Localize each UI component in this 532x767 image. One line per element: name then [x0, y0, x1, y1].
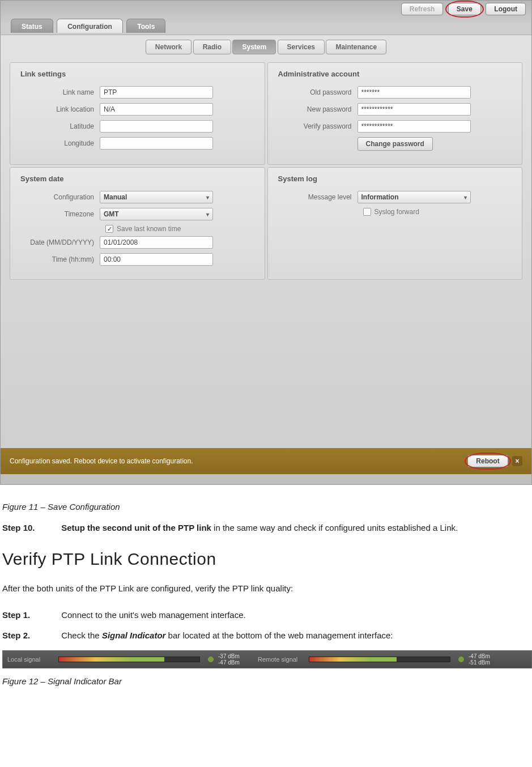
subtab-services[interactable]: Services — [278, 40, 325, 54]
step-text: Connect to the unit's web management int… — [61, 610, 246, 620]
tab-configuration[interactable]: Configuration — [57, 19, 123, 33]
config-webui-screenshot: Refresh Save Logout Status Configuration… — [0, 0, 532, 485]
step-10: Step 10. Setup the second unit of the PT… — [2, 522, 530, 535]
window-footer — [1, 474, 531, 484]
status-message: Configuration saved. Reboot device to ac… — [10, 457, 193, 465]
local-signal-label: Local signal — [7, 656, 58, 663]
change-password-button[interactable]: Change password — [357, 137, 433, 151]
panel-link-settings: Link settings Link name Link location La… — [10, 62, 265, 165]
local-signal-meter — [58, 657, 200, 662]
panel-admin-account: Administrative account Old password New … — [267, 62, 523, 165]
select-timezone[interactable]: GMT ▾ — [100, 208, 213, 220]
select-message-level[interactable]: Information ▾ — [357, 191, 471, 203]
label-link-location: Link location — [20, 105, 100, 113]
input-time[interactable] — [100, 253, 213, 266]
checkbox-syslog-forward[interactable] — [363, 208, 371, 216]
subtab-system[interactable]: System — [232, 40, 276, 54]
chevron-down-icon: ▾ — [206, 211, 209, 218]
signal-indicator-bar-screenshot: Local signal -37 dBm -47 dBm Remote sign… — [2, 650, 532, 668]
heading-verify-ptp: Verify PTP Link Connection — [2, 549, 530, 569]
label-time: Time (hh:mm) — [20, 255, 100, 263]
label-old-password: Old password — [278, 88, 357, 96]
label-longitude: Longitude — [20, 139, 100, 147]
checkbox-save-last-known[interactable]: ✓ — [105, 225, 113, 233]
input-new-password[interactable] — [357, 103, 471, 116]
step-text-post: bar located at the bottom of the web man… — [165, 630, 393, 640]
step-bold-text: Setup the second unit of the PTP link — [61, 523, 211, 532]
subtab-maintenance[interactable]: Maintenance — [326, 40, 386, 54]
label-timezone: Timezone — [20, 210, 100, 218]
step-text-pre: Check the — [61, 630, 102, 640]
content-area: Network Radio System Services Maintenanc… — [1, 35, 531, 448]
input-link-location[interactable] — [100, 103, 213, 116]
panel-system-date: System date Configuration Manual ▾ Timez… — [10, 167, 265, 280]
step-1: Step 1. Connect to the unit's web manage… — [2, 609, 530, 622]
label-configuration: Configuration — [20, 193, 100, 201]
step-2: Step 2. Check the Signal Indicator bar l… — [2, 629, 530, 642]
sub-tabs: Network Radio System Services Maintenanc… — [10, 40, 522, 54]
label-verify-password: Verify password — [278, 122, 357, 130]
input-longitude[interactable] — [100, 137, 213, 150]
signal-dot-icon — [208, 657, 214, 662]
checkbox-label: Save last known time — [117, 225, 181, 233]
panel-title: System log — [278, 174, 512, 183]
step-italic-text: Signal Indicator — [102, 630, 166, 640]
label-new-password: New password — [278, 105, 357, 113]
select-value: GMT — [104, 210, 119, 218]
step-number: Step 10. — [2, 522, 59, 535]
input-date[interactable] — [100, 236, 213, 249]
panel-system-log: System log Message level Information ▾ S… — [267, 167, 523, 280]
label-date: Date (MM/DD/YYYY) — [20, 238, 100, 246]
select-configuration[interactable]: Manual ▾ — [100, 191, 213, 203]
logout-button[interactable]: Logout — [486, 3, 526, 15]
remote-signal-values: -47 dBm -51 dBm — [469, 653, 508, 666]
chevron-down-icon: ▾ — [206, 194, 209, 201]
select-value: Manual — [104, 193, 127, 201]
figure-11-caption: Figure 11 – Save Configuration — [2, 502, 530, 512]
tab-tools[interactable]: Tools — [126, 19, 165, 33]
step-text: in the same way and check if configured … — [211, 523, 458, 532]
step-number: Step 2. — [2, 629, 59, 642]
label-link-name: Link name — [20, 88, 100, 96]
status-bar: Configuration saved. Reboot device to ac… — [1, 448, 531, 474]
top-action-bar: Refresh Save Logout — [1, 1, 531, 19]
refresh-button[interactable]: Refresh — [401, 3, 444, 15]
signal-dot-icon — [458, 657, 464, 662]
figure-12-caption: Figure 12 – Signal Indicator Bar — [2, 676, 530, 686]
panel-title: System date — [20, 174, 254, 183]
label-message-level: Message level — [278, 193, 357, 201]
main-tabs: Status Configuration Tools — [1, 19, 531, 35]
label-latitude: Latitude — [20, 122, 100, 130]
input-verify-password[interactable] — [357, 120, 471, 133]
panel-title: Link settings — [20, 70, 254, 78]
local-signal-values: -37 dBm -47 dBm — [218, 653, 258, 666]
intro-paragraph: After the both units of the PTP Link are… — [2, 583, 530, 593]
chevron-down-icon: ▾ — [464, 194, 467, 201]
input-latitude[interactable] — [100, 120, 213, 133]
panel-title: Administrative account — [278, 70, 512, 78]
save-button[interactable]: Save — [448, 3, 481, 15]
remote-signal-meter — [309, 657, 450, 662]
reboot-button[interactable]: Reboot — [467, 455, 508, 467]
input-old-password[interactable] — [357, 86, 471, 99]
input-link-name[interactable] — [100, 86, 213, 99]
select-value: Information — [361, 193, 399, 201]
remote-signal-label: Remote signal — [258, 656, 309, 663]
subtab-radio[interactable]: Radio — [193, 40, 231, 54]
tab-status[interactable]: Status — [11, 19, 53, 33]
close-icon[interactable]: × — [512, 456, 522, 466]
checkbox-label: Syslog forward — [374, 208, 419, 216]
subtab-network[interactable]: Network — [146, 40, 191, 54]
step-number: Step 1. — [2, 609, 59, 622]
